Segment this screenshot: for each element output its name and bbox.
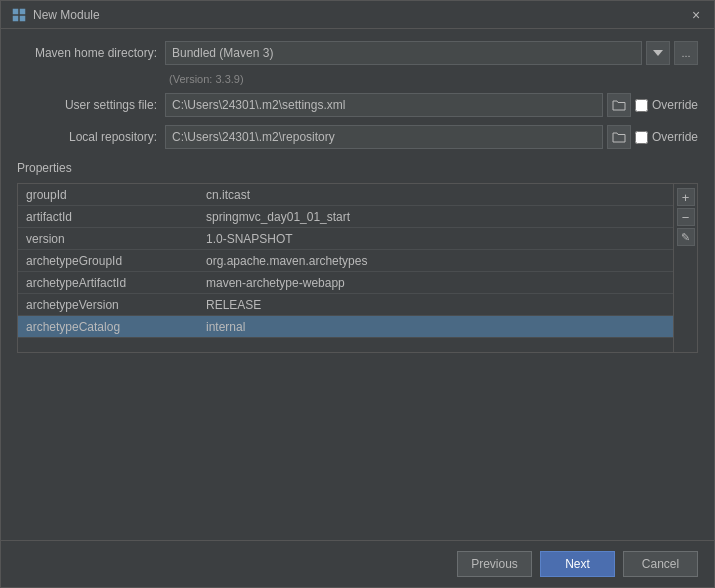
previous-button[interactable]: Previous [457, 551, 532, 577]
local-repo-input[interactable] [165, 125, 603, 149]
maven-home-row: Maven home directory: ... [17, 41, 698, 65]
properties-sidebar: + − ✎ [673, 184, 697, 352]
prop-key: archetypeGroupId [18, 254, 198, 268]
svg-rect-2 [13, 16, 18, 21]
edit-property-button[interactable]: ✎ [677, 228, 695, 246]
dialog-title: New Module [33, 8, 100, 22]
table-row[interactable]: artifactIdspringmvc_day01_01_start [18, 206, 673, 228]
dialog-footer: Previous Next Cancel [1, 540, 714, 587]
maven-more-button[interactable]: ... [674, 41, 698, 65]
user-settings-row: User settings file: Override [17, 93, 698, 117]
prop-value: springmvc_day01_01_start [198, 210, 673, 224]
prop-key: artifactId [18, 210, 198, 224]
prop-value: org.apache.maven.archetypes [198, 254, 673, 268]
svg-rect-3 [20, 16, 25, 21]
prop-value: maven-archetype-webapp [198, 276, 673, 290]
prop-key: archetypeArtifactId [18, 276, 198, 290]
version-note: (Version: 3.3.9) [169, 73, 244, 85]
prop-value: internal [198, 320, 673, 334]
dialog-content: Maven home directory: ... (Version: 3.3.… [1, 29, 714, 540]
local-repo-override-group: Override [635, 130, 698, 144]
table-row[interactable]: version1.0-SNAPSHOT [18, 228, 673, 250]
title-left: New Module [11, 7, 100, 23]
prop-key: version [18, 232, 198, 246]
local-repo-input-group: Override [165, 125, 698, 149]
module-icon [11, 7, 27, 23]
prop-value: cn.itcast [198, 188, 673, 202]
title-bar: New Module × [1, 1, 714, 29]
maven-dropdown-button[interactable] [646, 41, 670, 65]
prop-key: archetypeCatalog [18, 320, 198, 334]
remove-property-button[interactable]: − [677, 208, 695, 226]
close-button[interactable]: × [688, 7, 704, 23]
local-repo-override-label: Override [652, 130, 698, 144]
user-settings-input-group: Override [165, 93, 698, 117]
table-row[interactable]: groupIdcn.itcast [18, 184, 673, 206]
local-repo-override-checkbox[interactable] [635, 131, 648, 144]
prop-value: 1.0-SNAPSHOT [198, 232, 673, 246]
new-module-dialog: New Module × Maven home directory: ... (… [0, 0, 715, 588]
maven-home-input-group: ... [165, 41, 698, 65]
properties-container: groupIdcn.itcastartifactIdspringmvc_day0… [17, 183, 698, 353]
empty-area [17, 361, 698, 529]
table-row[interactable]: archetypeVersionRELEASE [18, 294, 673, 316]
add-property-button[interactable]: + [677, 188, 695, 206]
svg-rect-0 [13, 9, 18, 14]
prop-key: archetypeVersion [18, 298, 198, 312]
properties-table[interactable]: groupIdcn.itcastartifactIdspringmvc_day0… [18, 184, 673, 352]
table-row[interactable]: archetypeCataloginternal [18, 316, 673, 338]
maven-home-label: Maven home directory: [17, 46, 157, 60]
user-settings-override-checkbox[interactable] [635, 99, 648, 112]
local-repo-row: Local repository: Override [17, 125, 698, 149]
table-row[interactable]: archetypeGroupIdorg.apache.maven.archety… [18, 250, 673, 272]
user-settings-label: User settings file: [17, 98, 157, 112]
properties-section-label: Properties [17, 161, 698, 175]
maven-home-input[interactable] [165, 41, 642, 65]
prop-key: groupId [18, 188, 198, 202]
local-repo-label: Local repository: [17, 130, 157, 144]
table-row[interactable]: archetypeArtifactIdmaven-archetype-webap… [18, 272, 673, 294]
prop-value: RELEASE [198, 298, 673, 312]
version-row: (Version: 3.3.9) [17, 73, 698, 85]
next-button[interactable]: Next [540, 551, 615, 577]
user-settings-override-group: Override [635, 98, 698, 112]
user-settings-input[interactable] [165, 93, 603, 117]
local-repo-folder-button[interactable] [607, 125, 631, 149]
svg-rect-1 [20, 9, 25, 14]
user-settings-override-label: Override [652, 98, 698, 112]
user-settings-folder-button[interactable] [607, 93, 631, 117]
cancel-button[interactable]: Cancel [623, 551, 698, 577]
